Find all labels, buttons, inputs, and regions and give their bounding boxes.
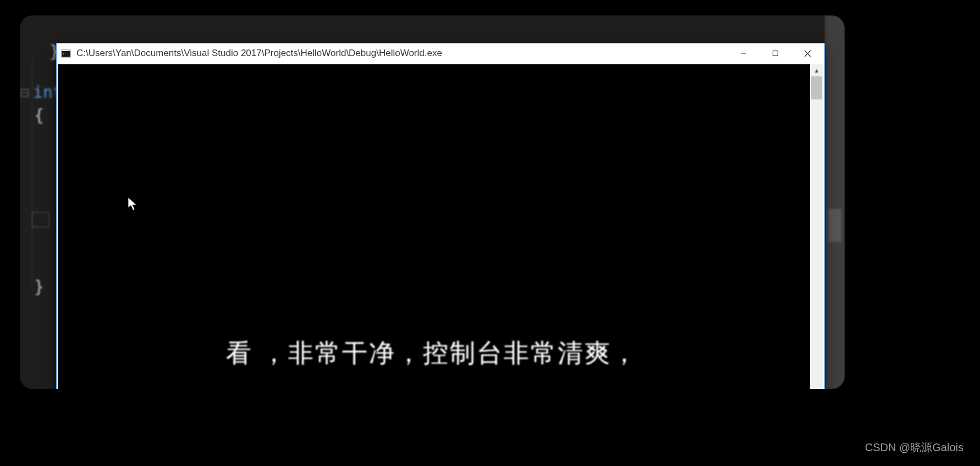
scroll-up-arrow-icon[interactable]: ▲ bbox=[810, 64, 823, 76]
code-brace-close: } bbox=[34, 277, 44, 296]
window-controls bbox=[728, 43, 823, 63]
console-title: C:\Users\Yan\Documents\Visual Studio 201… bbox=[76, 48, 728, 59]
code-brace-open: { bbox=[34, 106, 44, 125]
editor-scrollbar-thumb[interactable] bbox=[828, 209, 841, 242]
console-app-icon bbox=[61, 48, 71, 58]
editor-cursor-line bbox=[32, 212, 49, 228]
svg-rect-2 bbox=[773, 51, 778, 56]
editor-scrollbar[interactable] bbox=[825, 15, 845, 389]
console-titlebar[interactable]: C:\Users\Yan\Documents\Visual Studio 201… bbox=[57, 43, 824, 63]
screenshot-frame: }; int { } C:\Users\Yan\Documents\Visual… bbox=[20, 15, 845, 389]
video-subtitle: 看 ，非常干净，控制台非常清爽， bbox=[226, 336, 639, 370]
svg-rect-1 bbox=[62, 49, 70, 51]
console-scrollbar[interactable]: ▲ bbox=[810, 64, 823, 389]
minimize-button[interactable] bbox=[728, 43, 759, 63]
csdn-watermark: CSDN @晓源Galois bbox=[865, 440, 964, 455]
code-fold-toggle[interactable] bbox=[21, 89, 29, 97]
close-button[interactable] bbox=[791, 43, 823, 63]
console-scrollbar-thumb[interactable] bbox=[811, 76, 822, 99]
maximize-button[interactable] bbox=[759, 43, 791, 63]
indent-guide bbox=[32, 59, 32, 290]
